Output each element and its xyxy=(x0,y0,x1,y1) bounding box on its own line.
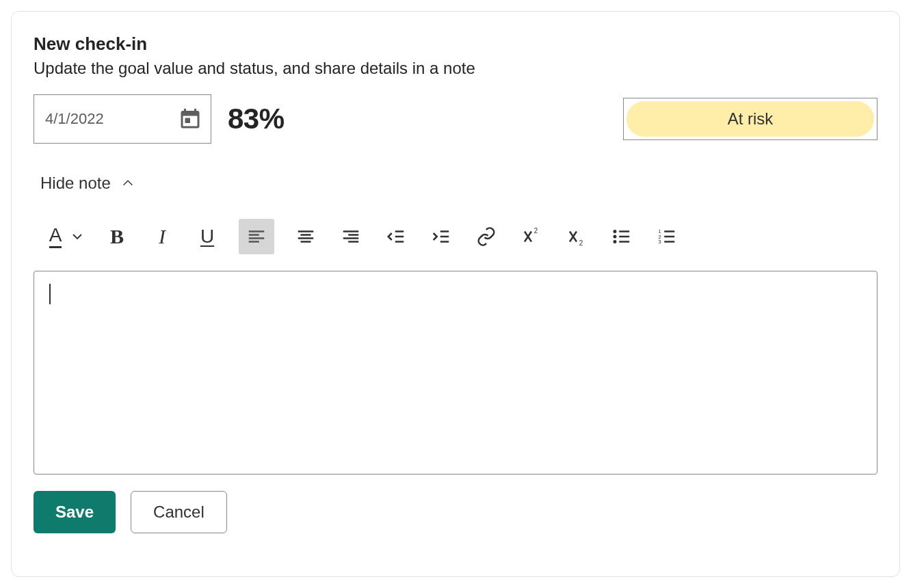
svg-text:3: 3 xyxy=(659,239,661,245)
svg-point-24 xyxy=(614,241,616,243)
superscript-icon: 2 xyxy=(521,226,542,247)
subscript-button[interactable]: 2 xyxy=(563,223,590,250)
font-color-dropdown[interactable] xyxy=(69,223,85,250)
panel-title: New check-in xyxy=(34,34,877,55)
goal-value: 83% xyxy=(228,103,285,135)
link-icon xyxy=(476,226,497,247)
bullet-list-icon xyxy=(611,226,632,247)
controls-row: 4/1/2022 83% At risk xyxy=(34,94,877,144)
subscript-icon: 2 xyxy=(566,226,587,247)
chevron-up-icon xyxy=(120,176,135,191)
align-right-button[interactable] xyxy=(337,223,365,250)
indent-icon xyxy=(431,226,451,247)
date-picker[interactable]: 4/1/2022 xyxy=(34,94,211,144)
hide-note-label: Hide note xyxy=(40,174,111,193)
svg-point-20 xyxy=(614,230,616,232)
new-checkin-panel: New check-in Update the goal value and s… xyxy=(11,11,900,577)
status-label: At risk xyxy=(728,109,774,129)
chevron-down-icon xyxy=(69,226,85,247)
align-left-icon xyxy=(246,226,267,247)
status-select[interactable]: At risk xyxy=(623,98,877,140)
link-button[interactable] xyxy=(473,223,500,250)
hide-note-toggle[interactable]: Hide note xyxy=(40,174,135,193)
numbered-list-icon: 1 2 3 xyxy=(657,226,677,247)
save-button[interactable]: Save xyxy=(34,491,116,533)
align-left-button[interactable] xyxy=(239,219,274,254)
italic-button[interactable]: I xyxy=(148,223,176,250)
outdent-button[interactable] xyxy=(382,223,410,250)
align-center-icon xyxy=(295,226,316,247)
status-pill: At risk xyxy=(626,101,874,137)
bullet-list-button[interactable] xyxy=(608,223,635,250)
bold-button[interactable]: B xyxy=(103,223,131,250)
svg-point-22 xyxy=(614,236,616,238)
outdent-icon xyxy=(386,226,406,247)
rich-text-toolbar: A B I U xyxy=(42,219,877,254)
font-color-button[interactable]: A xyxy=(42,223,69,250)
align-right-icon xyxy=(341,226,361,247)
svg-text:2: 2 xyxy=(534,227,538,235)
underline-button[interactable]: U xyxy=(194,223,221,250)
action-row: Save Cancel xyxy=(34,491,877,533)
align-center-button[interactable] xyxy=(292,223,319,250)
indent-button[interactable] xyxy=(427,223,455,250)
panel-subtitle: Update the goal value and status, and sh… xyxy=(34,59,877,78)
superscript-button[interactable]: 2 xyxy=(518,223,545,250)
date-picker-value: 4/1/2022 xyxy=(45,110,104,128)
note-textarea[interactable] xyxy=(34,271,877,475)
numbered-list-button[interactable]: 1 2 3 xyxy=(653,223,681,250)
text-caret xyxy=(49,284,51,304)
calendar-icon xyxy=(178,107,202,131)
cancel-button[interactable]: Cancel xyxy=(131,491,227,533)
svg-text:2: 2 xyxy=(579,239,583,247)
